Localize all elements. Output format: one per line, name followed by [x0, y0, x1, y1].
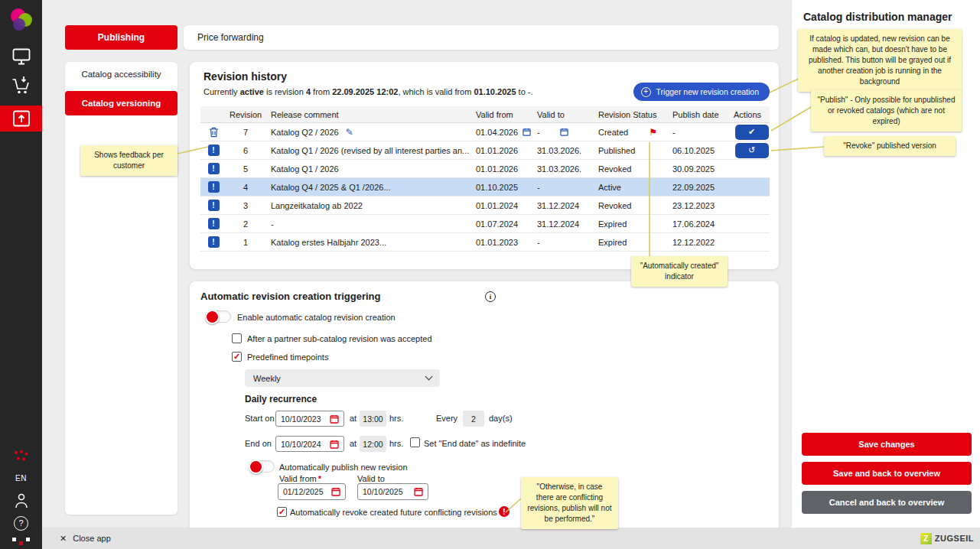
release-comment: -: [268, 219, 473, 229]
sidebar-item-network[interactable]: [0, 448, 42, 465]
publish-date: 06.10.2025: [669, 146, 731, 155]
trigger-new-revision-button[interactable]: + Trigger new revision creation: [633, 83, 770, 101]
sidebar-item-help[interactable]: ?: [0, 515, 42, 531]
valid-from: 01.01.2026: [473, 146, 534, 155]
auto-trigger-title: Automatic revision creation triggering: [200, 291, 381, 302]
table-row[interactable]: ! 6 Katalog Q1 / 2026 (revised by all in…: [200, 141, 770, 160]
publish-date: -: [669, 128, 731, 137]
warning-exclamation-icon: !: [499, 506, 510, 517]
sidebar-item-shop[interactable]: [0, 73, 42, 98]
publish-date: 22.09.2025: [669, 183, 731, 192]
edit-comment-icon[interactable]: ✎: [346, 127, 353, 138]
enable-auto-creation-toggle[interactable]: [205, 310, 231, 323]
bottom-bar: ✕ Close app Z ZUGSEIL: [42, 528, 980, 549]
feedback-icon[interactable]: !: [208, 181, 220, 193]
monitor-icon: [12, 48, 31, 66]
valid-to: 31.12.2024: [534, 219, 595, 229]
col-actions: Actions: [731, 110, 770, 119]
table-row[interactable]: ! 2 - 01.07.2024 31.12.2024 Expired 17.0…: [200, 215, 770, 233]
table-header: Revision Release comment Valid from Vali…: [200, 106, 770, 123]
col-revision: Revision: [226, 110, 268, 119]
revision-status: Active: [595, 183, 669, 192]
valid-to-input[interactable]: 10/10/2025: [357, 483, 428, 500]
indefinite-end-checkbox[interactable]: [410, 437, 420, 447]
feedback-icon[interactable]: !: [208, 163, 220, 174]
auto-revoke-checkbox[interactable]: [277, 507, 287, 517]
brand-logo: Z ZUGSEIL: [920, 533, 974, 544]
revision-number: 4: [226, 183, 268, 192]
table-row[interactable]: 7 Katalog Q2 / 2026 ✎ 01.04.2026 - Creat…: [200, 123, 770, 141]
revision-number: 2: [226, 219, 268, 229]
days-label: day(s): [489, 414, 513, 423]
start-date-input[interactable]: 10/10/2023: [275, 411, 344, 427]
daily-recurrence-title: Daily recurrence: [245, 394, 317, 404]
valid-from: 01.07.2024: [473, 219, 534, 229]
nav-item-catalog-accessibility[interactable]: Catalog accessibility: [65, 62, 177, 86]
auto-publish-toggle[interactable]: [249, 460, 275, 473]
end-time-input[interactable]: 12:00: [360, 436, 386, 452]
valid-from: 01.04.2026: [473, 128, 534, 137]
frequency-select[interactable]: Weekly: [245, 369, 440, 387]
table-row[interactable]: ! 5 Katalog Q1 / 2026 01.01.2026 31.03.2…: [200, 160, 770, 178]
revision-history-panel: Revision history Currently active is rev…: [190, 62, 779, 269]
revision-status: Revoked: [595, 164, 669, 174]
predefined-timepoints-checkbox[interactable]: [232, 352, 242, 362]
sidebar-item-desktop[interactable]: [0, 46, 42, 67]
valid-from: 01.10.2025: [473, 183, 534, 192]
auto-publish-label: Automatically publish new revision: [279, 463, 408, 472]
feedback-icon[interactable]: !: [208, 200, 220, 211]
hrs-label: hrs.: [389, 439, 403, 448]
required-asterisk: *: [318, 474, 321, 483]
indefinite-end-label: Set "End date" as indefinite: [424, 439, 526, 448]
release-comment: Katalog Q1 / 2026 (revised by all intere…: [268, 146, 473, 155]
publish-date: 12.12.2022: [669, 238, 731, 247]
tab-price-forwarding[interactable]: Price forwarding: [184, 25, 779, 50]
publish-button[interactable]: ✔: [735, 125, 769, 140]
publish-date: 23.12.2023: [669, 201, 731, 210]
sidebar-item-catalog-active[interactable]: [0, 106, 42, 132]
annotation-update-note: If catalog is updated, new revision can …: [798, 29, 962, 92]
calendar-icon[interactable]: [560, 128, 568, 136]
info-icon[interactable]: i: [485, 291, 496, 302]
cancel-back-button[interactable]: Cancel and back to overview: [802, 491, 972, 514]
sidebar-item-profile[interactable]: [0, 491, 42, 511]
table-row[interactable]: ! 1 Katalog erstes Halbjahr 2023... 01.0…: [200, 233, 770, 252]
table-row-selected[interactable]: ! 4 Katalog Q4 / 2025 & Q1 /2026... 01.1…: [200, 178, 770, 197]
cart-download-icon: [11, 76, 31, 96]
revision-history-subtitle: Currently active is revision 4 from 22.0…: [203, 87, 533, 96]
feedback-icon[interactable]: !: [208, 218, 220, 229]
after-partner-checkbox[interactable]: [232, 333, 242, 343]
language-switcher[interactable]: EN: [0, 471, 42, 485]
start-time-input[interactable]: 13:00: [360, 411, 386, 427]
table-row[interactable]: ! 3 Langzeitkatalog ab 2022 01.01.2024 3…: [200, 197, 770, 215]
nav-item-catalog-versioning[interactable]: Catalog versioning: [65, 91, 177, 115]
annotation-conflict-note: "Otherwise, in case there are conflictin…: [521, 477, 618, 529]
feedback-icon[interactable]: !: [208, 145, 220, 156]
interval-days-input[interactable]: 2: [463, 411, 484, 427]
valid-from-input[interactable]: 01/12/2025: [278, 483, 346, 500]
revision-number: 1: [226, 238, 268, 247]
zugseil-logo-icon: Z: [920, 533, 932, 544]
save-back-button[interactable]: Save and back to overview: [802, 462, 972, 485]
end-date-input[interactable]: 10/10/2024: [275, 436, 344, 452]
revision-history-title: Revision history: [203, 70, 287, 83]
at-label: at: [350, 414, 357, 423]
calendar-icon[interactable]: [523, 128, 531, 136]
person-icon: [14, 492, 29, 509]
valid-to: 31.03.2026.: [534, 164, 595, 174]
close-app-button[interactable]: ✕ Close app: [60, 534, 111, 544]
sidebar-item-modules[interactable]: [0, 536, 42, 547]
enable-auto-creation-label: Enable automatic catalog revision creati…: [237, 313, 396, 322]
valid-from-label: Valid from*: [279, 474, 321, 483]
red-dots-icon: [12, 450, 30, 463]
col-valid-from: Valid from: [473, 110, 534, 119]
valid-to-label: Valid to: [357, 474, 385, 483]
save-changes-button[interactable]: Save changes: [802, 433, 972, 456]
revoke-button[interactable]: ↺: [735, 143, 769, 158]
toggle-knob: [205, 310, 220, 324]
tab-publishing[interactable]: Publishing: [65, 25, 177, 50]
feedback-icon[interactable]: !: [208, 236, 220, 248]
app-sidebar: EN ?: [0, 0, 42, 549]
revision-table: Revision Release comment Valid from Vali…: [200, 106, 770, 252]
delete-revision-icon[interactable]: [209, 127, 219, 138]
